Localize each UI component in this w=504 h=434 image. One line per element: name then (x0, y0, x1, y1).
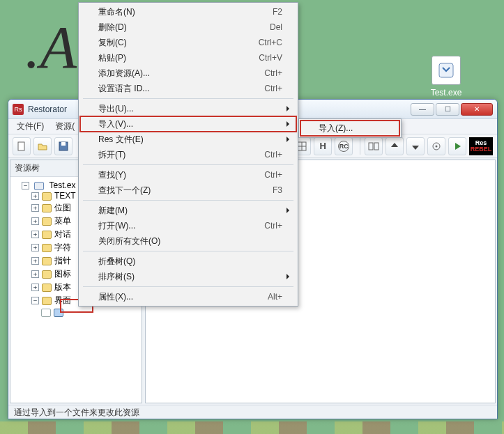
expand-icon[interactable]: + (31, 257, 39, 265)
toolbar-down-arrow-icon[interactable] (406, 137, 425, 155)
menu-item-label: 导入(V)... (98, 118, 282, 130)
menu-separator (83, 164, 293, 165)
menu-item[interactable]: 折叠树(Q) (80, 254, 296, 269)
menu-file[interactable]: 文件(F) (11, 119, 49, 134)
svg-rect-3 (61, 142, 66, 146)
menu-item-label: 查找(Y) (98, 169, 242, 181)
menu-item[interactable]: 添加资源(A)...Ctrl+ (80, 65, 296, 81)
tree-item-label: TEXT (54, 191, 76, 201)
expand-icon[interactable]: + (31, 204, 39, 212)
svg-rect-6 (374, 143, 379, 150)
menu-item[interactable]: 导入(Z)... (300, 121, 399, 136)
menu-item-label: 添加资源(A)... (98, 68, 242, 79)
svg-rect-1 (18, 142, 24, 150)
toolbar-play-icon[interactable] (448, 137, 466, 155)
toolbar-save-icon[interactable] (54, 137, 72, 155)
tree-root-label: Test.ex (49, 180, 75, 190)
tree-item-label: 位图 (54, 203, 71, 212)
folder-icon (42, 231, 52, 239)
menu-item[interactable]: 复制(C)Ctrl+C (80, 35, 296, 50)
tree-item-label: 指针 (54, 256, 71, 265)
toolbar-rc-icon[interactable]: RC (335, 137, 353, 155)
menu-item-label: 复制(C) (98, 37, 236, 49)
menu-item-label: 导出(U)... (98, 103, 282, 115)
menu-item-shortcut: Alt+ (268, 292, 282, 302)
menu-item-shortcut: Del (270, 22, 282, 32)
folder-icon (42, 257, 52, 265)
folder-icon (42, 217, 52, 226)
menu-item[interactable]: 删除(D)Del (80, 20, 296, 35)
menu-item[interactable]: 导出(U)... (80, 101, 296, 116)
menu-item-shortcut: Ctrl+ (264, 170, 282, 180)
desktop-file-icon[interactable]: Test.exe (424, 56, 468, 98)
menu-item-shortcut: Ctrl+ (264, 221, 282, 231)
menu-item[interactable]: 查找下一个(Z)F3 (80, 183, 296, 198)
folder-icon (42, 284, 52, 292)
submenu-arrow-icon (287, 208, 292, 213)
menu-item-label: 排序树(S) (98, 271, 282, 283)
tree-item-label: 对话 (54, 229, 71, 239)
submenu-arrow-icon (287, 121, 292, 127)
menu-item[interactable]: 查找(Y)Ctrl+ (80, 167, 296, 183)
expand-icon[interactable]: + (31, 192, 39, 200)
menu-item[interactable]: 粘贴(P)Ctrl+V (80, 50, 296, 65)
toolbar-text-boxes-icon[interactable] (365, 137, 383, 155)
submenu-arrow-icon (287, 137, 292, 142)
resource-icon (41, 309, 51, 317)
folder-icon (42, 192, 52, 201)
menu-item-shortcut: F2 (273, 7, 282, 17)
context-submenu: 导入(Z)... (298, 118, 402, 138)
folder-icon (42, 270, 52, 279)
expand-icon[interactable]: − (31, 297, 39, 304)
menu-item[interactable]: 排序树(S) (80, 269, 296, 284)
close-button[interactable]: ✕ (461, 103, 493, 116)
menu-separator (83, 286, 293, 287)
menu-item[interactable]: 关闭所有文件(O) (80, 233, 296, 249)
menu-item[interactable]: 属性(X)...Alt+ (80, 289, 296, 304)
expand-icon[interactable]: + (31, 270, 39, 278)
folder-icon (42, 297, 52, 305)
menu-item-label: 新建(M) (98, 205, 282, 217)
menu-resource[interactable]: 资源( (49, 119, 80, 134)
menu-item[interactable]: 拆开(T)Ctrl+ (80, 147, 296, 162)
desktop-decor: .A (25, 13, 77, 82)
minimize-button[interactable]: — (411, 103, 434, 116)
expand-icon[interactable]: + (31, 284, 39, 291)
expand-icon[interactable]: + (31, 244, 39, 251)
menu-item-shortcut: Ctrl+ (264, 68, 282, 78)
submenu-arrow-icon (287, 106, 292, 111)
menu-item-shortcut: Ctrl+ (264, 84, 282, 93)
menu-separator (83, 200, 293, 201)
toolbar-h-icon[interactable]: H (314, 137, 332, 155)
maximize-button[interactable]: ☐ (436, 103, 459, 116)
menu-item[interactable]: 重命名(N)F2 (80, 4, 296, 20)
menu-item-label: 关闭所有文件(O) (98, 235, 282, 247)
menu-item-label: 拆开(T) (98, 149, 242, 161)
menu-item[interactable]: Res 文件(E) (80, 132, 296, 147)
menu-item-label: 查找下一个(Z) (98, 185, 250, 196)
context-menu: 重命名(N)F2删除(D)Del复制(C)Ctrl+C粘贴(P)Ctrl+V添加… (78, 2, 298, 307)
menu-item-shortcut: F3 (273, 185, 282, 195)
menu-item-shortcut: Ctrl+ (264, 150, 282, 160)
toolbar-up-arrow-icon[interactable] (385, 137, 404, 155)
collapse-icon[interactable]: − (22, 182, 29, 189)
exe-icon (432, 56, 461, 85)
menu-item-label: 粘贴(P) (98, 52, 236, 64)
app-icon: Rs (13, 104, 24, 115)
menu-item[interactable]: 设置语言 ID...Ctrl+ (80, 81, 296, 96)
submenu-arrow-icon (287, 274, 292, 279)
menu-item[interactable]: 打开(W)...Ctrl+ (80, 218, 296, 233)
tree-item-label: 菜单 (54, 216, 71, 226)
expand-icon[interactable]: + (31, 231, 39, 238)
menu-item[interactable]: 导入(V)... (80, 116, 296, 132)
svg-rect-5 (369, 143, 373, 150)
expand-icon[interactable]: + (31, 217, 39, 225)
menu-item-label: 导入(Z)... (319, 123, 385, 134)
toolbar-new-icon[interactable] (13, 137, 31, 155)
toolbar-open-icon[interactable] (33, 137, 52, 155)
menu-item[interactable]: 新建(M) (80, 203, 296, 218)
menu-item-label: 重命名(N) (98, 6, 250, 18)
toolbar-target-icon[interactable] (427, 137, 445, 155)
menu-item-label: 设置语言 ID... (98, 83, 242, 95)
status-bar: 通过导入到一个文件来更改此资源 (8, 405, 497, 419)
